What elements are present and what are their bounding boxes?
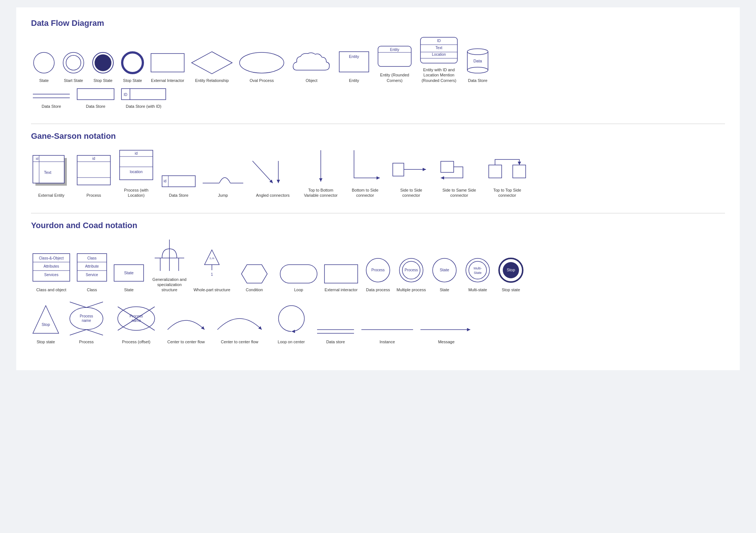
oval-process-label: Oval Process — [250, 78, 274, 83]
stop-state-2-svg — [120, 50, 145, 76]
yc-row-2: Stop Stop state Process name Process — [31, 300, 725, 344]
gs-process-svg: id — [75, 154, 112, 190]
stop-state-2-label: Stop State — [123, 78, 142, 83]
entity-with-id-label: Entity with ID and Location Mention (Rou… — [419, 67, 459, 83]
data-store-id-label: Data Store (with ID) — [126, 104, 162, 109]
svg-text:id: id — [36, 157, 38, 161]
yc-symbol-process-name: Process name Process — [64, 300, 109, 344]
gs-symbol-bottom-side: Bottom to Side connector — [345, 148, 385, 198]
svg-text:Attribute: Attribute — [85, 264, 99, 268]
yc-data-process-svg: Process — [363, 255, 393, 285]
svg-line-104 — [70, 302, 86, 307]
gs-side-same-label: Side to Same Side connector — [439, 188, 480, 198]
svg-rect-86 — [324, 265, 358, 283]
yc-symbol-multiple-process: Process Multiple process — [396, 255, 426, 292]
yc-message-svg — [419, 322, 474, 337]
yc-state-svg: State — [112, 263, 145, 285]
yc-loop-svg — [278, 263, 319, 285]
yc-symbol-process-offset: Process name Process (offset) — [112, 300, 160, 344]
symbol-entity-with-id: ID Text Location Entity with ID and Loca… — [419, 35, 459, 83]
yc-symbol-multistate: Multi- State Multi-state — [463, 255, 492, 292]
yc-symbol-condition: Condition — [234, 263, 275, 292]
section-gs-title: Gane-Sarson notation — [31, 131, 725, 141]
yc-center-flow2-svg — [212, 304, 267, 337]
symbol-stop-state-2: Stop State — [120, 50, 145, 83]
yc-row-1: Class-&-Object Attributes Services Class… — [31, 238, 725, 293]
symbol-object: Object — [289, 50, 334, 83]
svg-marker-7 — [192, 52, 232, 74]
yc-stop-state-label: Stop state — [502, 287, 520, 292]
symbol-state: State — [31, 50, 57, 83]
yc-class-object-label: Class and object — [36, 287, 66, 292]
yc-external-interactor-svg — [323, 263, 360, 285]
gs-top-bottom-label: Top to Bottom Variable connector — [300, 188, 341, 198]
start-state-svg — [61, 50, 86, 76]
yc-loop-center-svg — [271, 300, 312, 337]
stop-state-1-label: Stop State — [93, 78, 112, 83]
svg-point-94 — [466, 258, 489, 282]
yc-center-flow2-label: Center to center flow — [221, 339, 258, 344]
svg-text:ID: ID — [124, 93, 127, 97]
state-svg — [31, 50, 57, 76]
data-store-cylinder-svg: Data — [463, 46, 492, 76]
gs-jump-svg — [201, 168, 245, 190]
yc-symbol-state: State State — [112, 263, 145, 292]
oval-process-svg — [238, 50, 286, 76]
symbol-data-store-cylinder: Data Data Store — [463, 46, 492, 83]
yc-whole-part-svg: 1,m 1 — [193, 248, 230, 285]
yc-process-name-svg: Process name — [64, 300, 109, 337]
data-store-line-svg — [31, 87, 72, 102]
yc-data-process-label: Data process — [366, 287, 390, 292]
entity-with-id-svg: ID Text Location — [419, 35, 459, 65]
svg-point-95 — [469, 261, 487, 279]
yc-symbol-generalization: Generalization and specialization struct… — [149, 238, 190, 293]
yc-symbol-loop: Loop — [278, 263, 319, 292]
svg-text:id: id — [92, 157, 95, 161]
symbol-entity-plain: Entity Entity — [337, 50, 371, 83]
gs-symbol-process-location: id location Process (with Location) — [116, 148, 157, 198]
svg-text:Text: Text — [44, 170, 51, 175]
yc-class-object-svg: Class-&-Object Attributes Services — [31, 252, 72, 285]
dfd-row-1: State Start State Stop State — [31, 35, 725, 83]
gs-symbol-top-bottom: Top to Bottom Variable connector — [300, 148, 341, 198]
svg-text:Entity: Entity — [390, 48, 399, 52]
yc-symbol-instance: Instance — [360, 322, 415, 344]
gs-top-top-label: Top to Top Side connector — [487, 188, 528, 198]
yc-whole-part-label: Whole-part structure — [193, 287, 230, 292]
section-yc-title: Yourdon and Coad notation — [31, 221, 725, 230]
svg-marker-84 — [241, 265, 267, 283]
svg-rect-47 — [162, 176, 195, 187]
svg-text:Process: Process — [371, 268, 385, 272]
svg-point-8 — [240, 52, 284, 73]
svg-text:Stop: Stop — [507, 268, 515, 272]
dfd-row-2: Data Store Data Store ID Data Store (wit… — [31, 87, 725, 109]
svg-text:Service: Service — [86, 273, 98, 277]
svg-text:Process: Process — [80, 314, 93, 318]
symbol-oval-process: Oval Process — [238, 50, 286, 83]
yc-multiple-process-label: Multiple process — [396, 287, 426, 292]
yc-symbol-whole-part: 1,m 1 Whole-part structure — [193, 248, 230, 292]
svg-text:Process: Process — [405, 268, 418, 272]
gs-symbol-data-store: id Data Store — [160, 172, 197, 198]
svg-rect-55 — [393, 163, 404, 176]
svg-text:Data: Data — [473, 59, 482, 63]
yc-instance-label: Instance — [379, 339, 395, 344]
entity-relationship-label: Entity Relationship — [195, 78, 228, 83]
svg-rect-60 — [513, 165, 526, 178]
yc-process-offset-svg: Process name — [112, 300, 160, 337]
symbol-external-interactor: External Interactor — [149, 50, 186, 83]
yc-symbol-data-store2: Data store — [315, 322, 356, 344]
svg-point-2 — [66, 55, 81, 70]
yc-stop-state-svg: Stop — [496, 255, 526, 285]
gs-symbol-jump: Jump — [201, 168, 245, 198]
yc-loop-label: Loop — [294, 287, 303, 292]
yc-external-interactor-label: External interactor — [324, 287, 357, 292]
yc-multistate-label: Multi-state — [468, 287, 487, 292]
state-label: State — [39, 78, 49, 83]
svg-text:Class-&-Object: Class-&-Object — [39, 256, 63, 260]
data-store-box-label: Data Store — [86, 104, 106, 109]
svg-rect-59 — [489, 165, 502, 178]
svg-text:name: name — [82, 319, 91, 323]
svg-line-107 — [86, 330, 103, 335]
svg-line-52 — [252, 161, 273, 183]
